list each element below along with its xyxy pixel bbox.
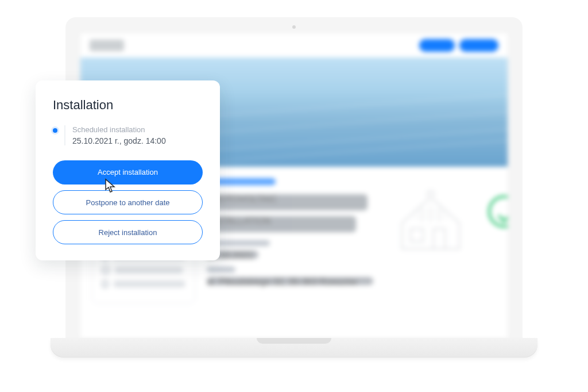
accept-installation-button[interactable]: Accept installation [53, 160, 203, 185]
top-pill-button[interactable] [419, 39, 455, 52]
page-title-line: PHOTOVOLTAIC [207, 194, 368, 210]
house-icon [396, 189, 465, 252]
page-title-line: INSTALLATION [207, 216, 356, 232]
postpone-button[interactable]: Postpone to another date [53, 190, 203, 214]
status-value: 25.10.2021 r., godz. 14:00 [72, 136, 166, 145]
logo [90, 40, 124, 51]
svg-rect-1 [434, 229, 445, 249]
laptop-base [51, 338, 537, 358]
svg-rect-0 [411, 229, 423, 241]
status-label: Scheduled installation [72, 125, 166, 134]
main-content: PHOTOVOLTAIC INSTALLATION 25.10.2021 al.… [207, 178, 508, 310]
top-pill-button[interactable] [459, 39, 498, 52]
installation-dialog: Installation Scheduled installation 25.1… [36, 80, 220, 260]
address-value: al. Piłsudskiego 32, 35-363 Rzeszów [207, 277, 373, 285]
reject-installation-button[interactable]: Reject installation [53, 220, 203, 244]
status-row: Scheduled installation 25.10.2021 r., go… [53, 125, 203, 145]
top-buttons [419, 39, 498, 52]
topbar [80, 33, 508, 57]
status-bullet-icon [53, 128, 57, 133]
success-check-icon [488, 195, 508, 228]
dialog-title: Installation [53, 98, 203, 113]
